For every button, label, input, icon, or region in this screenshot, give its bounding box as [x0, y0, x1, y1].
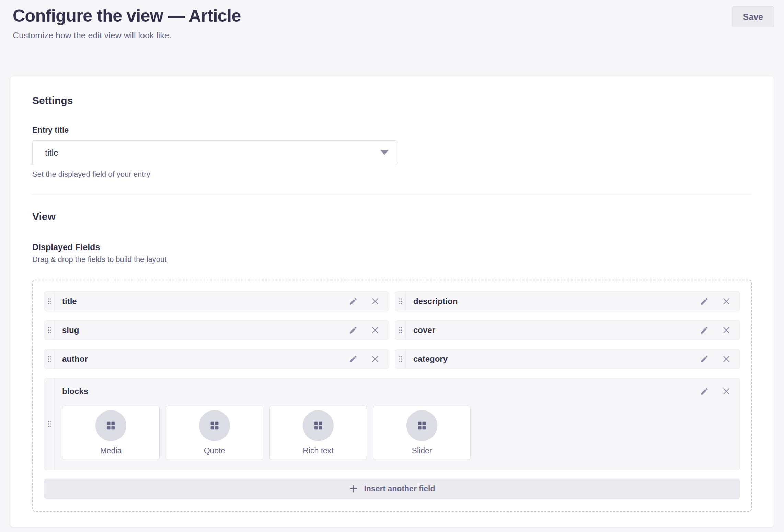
plus-icon — [349, 484, 358, 494]
edit-field-button[interactable] — [700, 349, 709, 369]
drag-handle-icon — [399, 355, 403, 363]
drag-handle-icon — [399, 298, 403, 305]
field-name: slug — [55, 321, 349, 340]
remove-field-button[interactable] — [722, 292, 731, 311]
drag-handle[interactable] — [44, 292, 55, 311]
component-grid-icon — [105, 420, 117, 431]
component-card-slider: Slider — [373, 406, 471, 460]
drag-handle-icon — [47, 355, 51, 363]
entry-title-field: Entry title title Set the displayed fiel… — [32, 126, 752, 179]
pencil-icon — [349, 297, 358, 306]
component-label: Rich text — [303, 446, 333, 455]
remove-field-button[interactable] — [722, 321, 731, 340]
field-card-blocks[interactable]: blocks M — [44, 378, 740, 470]
page-title: Configure the view — Article — [13, 5, 241, 26]
remove-field-button[interactable] — [371, 321, 380, 340]
component-grid-icon — [416, 420, 428, 431]
pencil-icon — [700, 355, 709, 363]
drag-handle[interactable] — [44, 378, 55, 470]
field-name: category — [406, 349, 700, 369]
close-icon — [722, 297, 731, 306]
section-divider — [32, 195, 752, 195]
view-section: View Displayed Fields Drag & drop the fi… — [32, 211, 752, 512]
field-name: cover — [406, 321, 700, 340]
pencil-icon — [700, 326, 709, 335]
entry-title-select[interactable]: title — [32, 140, 397, 165]
component-circle — [95, 410, 126, 441]
edit-field-button[interactable] — [700, 321, 709, 340]
pencil-icon — [700, 387, 709, 396]
fields-grid: title description — [44, 291, 740, 369]
drag-handle-icon — [47, 326, 51, 334]
pencil-icon — [349, 326, 358, 335]
component-label: Slider — [412, 446, 432, 455]
edit-field-button[interactable] — [349, 292, 358, 311]
displayed-fields-title: Displayed Fields — [32, 242, 752, 252]
component-circle — [303, 410, 334, 441]
settings-section: Settings Entry title title Set the displ… — [32, 95, 752, 179]
component-label: Media — [100, 446, 122, 455]
drag-handle-icon — [399, 326, 403, 334]
drag-handle-icon — [47, 420, 51, 428]
pencil-icon — [349, 355, 358, 363]
field-card-cover[interactable]: cover — [395, 320, 740, 340]
remove-field-button[interactable] — [722, 387, 731, 396]
pencil-icon — [700, 297, 709, 306]
save-button[interactable]: Save — [732, 6, 774, 27]
close-icon — [722, 326, 731, 335]
drag-handle[interactable] — [44, 321, 55, 340]
edit-field-button[interactable] — [700, 292, 709, 311]
blocks-components: Media Quote Rich text — [62, 406, 731, 460]
field-name: blocks — [62, 386, 88, 396]
remove-field-button[interactable] — [371, 292, 380, 311]
field-name: title — [55, 292, 349, 311]
component-label: Quote — [204, 446, 226, 455]
displayed-fields-header: Displayed Fields Drag & drop the fields … — [32, 242, 752, 264]
chevron-down-icon — [381, 150, 388, 155]
settings-heading: Settings — [32, 95, 752, 106]
insert-another-field-label: Insert another field — [364, 484, 435, 494]
edit-field-button[interactable] — [349, 321, 358, 340]
entry-title-hint: Set the displayed field of your entry — [32, 170, 752, 179]
page-header: Configure the view — Article Save Custom… — [0, 0, 784, 41]
field-card-category[interactable]: category — [395, 349, 740, 369]
component-card-media: Media — [62, 406, 160, 460]
fields-dropzone: title description — [32, 280, 752, 512]
remove-field-button[interactable] — [371, 349, 380, 369]
component-grid-icon — [209, 420, 220, 431]
close-icon — [371, 355, 380, 363]
field-card-description[interactable]: description — [395, 291, 740, 311]
field-name: author — [55, 349, 349, 369]
close-icon — [371, 326, 380, 335]
entry-title-selected-value: title — [45, 148, 58, 158]
field-card-title[interactable]: title — [44, 291, 389, 311]
configuration-card: Settings Entry title title Set the displ… — [10, 76, 774, 527]
drag-handle[interactable] — [44, 349, 55, 369]
component-card-rich-text: Rich text — [269, 406, 367, 460]
page-subtitle: Customize how the edit view will look li… — [13, 30, 774, 41]
component-card-quote: Quote — [166, 406, 263, 460]
remove-field-button[interactable] — [722, 349, 731, 369]
drag-handle[interactable] — [395, 321, 406, 340]
view-heading: View — [32, 211, 752, 222]
drag-handle-icon — [47, 298, 51, 305]
component-circle — [406, 410, 437, 441]
close-icon — [371, 297, 380, 306]
field-card-slug[interactable]: slug — [44, 320, 389, 340]
close-icon — [722, 355, 731, 363]
field-name: description — [406, 292, 700, 311]
field-card-author[interactable]: author — [44, 349, 389, 369]
component-grid-icon — [312, 420, 324, 431]
blocks-content: blocks M — [55, 378, 740, 470]
drag-handle[interactable] — [395, 349, 406, 369]
close-icon — [722, 387, 731, 396]
displayed-fields-hint: Drag & drop the fields to build the layo… — [32, 255, 752, 264]
component-circle — [199, 410, 230, 441]
edit-field-button[interactable] — [700, 387, 709, 396]
entry-title-label: Entry title — [32, 126, 752, 135]
insert-another-field-button[interactable]: Insert another field — [44, 479, 740, 499]
drag-handle[interactable] — [395, 292, 406, 311]
edit-field-button[interactable] — [349, 349, 358, 369]
